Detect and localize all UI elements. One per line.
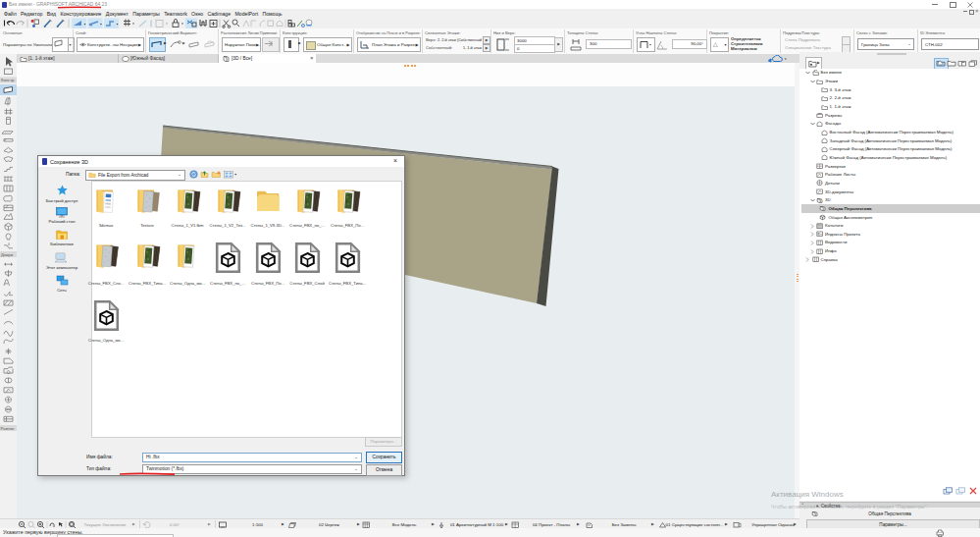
svg-text:Разное: Разное: [1, 426, 15, 431]
svg-text:Докум: Докум: [1, 252, 13, 257]
svg-text:Констр: Констр: [1, 78, 15, 82]
